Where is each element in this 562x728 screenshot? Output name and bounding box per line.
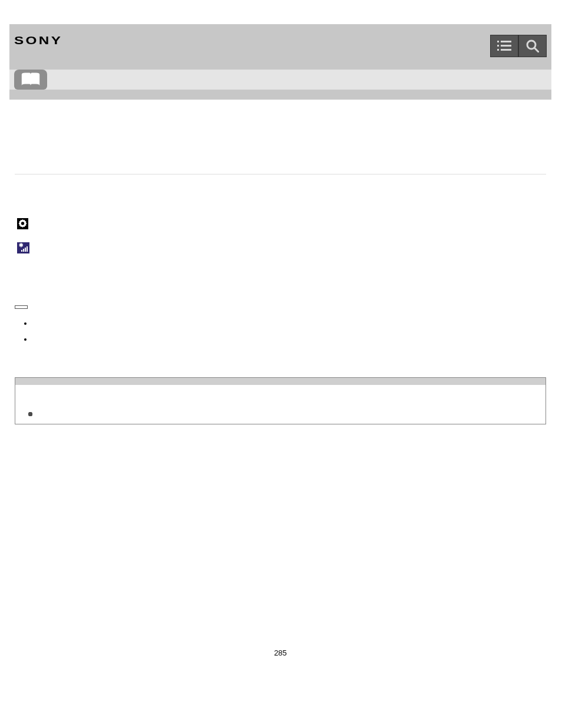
svg-rect-1 [501, 41, 511, 42]
hint-list [22, 318, 546, 345]
svg-rect-5 [501, 49, 511, 51]
svg-rect-14 [25, 248, 26, 252]
help-guide-icon[interactable] [14, 70, 47, 90]
setup-icon [17, 218, 28, 229]
svg-rect-13 [23, 249, 24, 252]
search-button[interactable] [518, 35, 547, 57]
svg-rect-12 [21, 250, 22, 252]
note-heading [15, 378, 546, 385]
note-box [15, 377, 546, 424]
svg-line-7 [534, 48, 538, 52]
svg-rect-4 [497, 49, 499, 51]
hint-item [32, 318, 546, 329]
page-number: 285 [15, 648, 546, 669]
svg-text:✱: ✱ [19, 242, 24, 248]
sony-logo: SONY [14, 35, 62, 47]
hint-item [32, 334, 546, 345]
header-bar: SONY [9, 24, 551, 70]
svg-rect-2 [497, 45, 499, 47]
guide-bar [9, 70, 551, 90]
search-icon [526, 39, 539, 52]
page-content: ✱ [9, 100, 551, 669]
gray-strip [9, 90, 551, 100]
svg-rect-15 [27, 246, 28, 252]
svg-point-9 [21, 222, 24, 225]
hint-heading [15, 305, 28, 309]
header-icon-group [490, 35, 547, 57]
svg-rect-0 [497, 41, 499, 42]
svg-rect-3 [501, 45, 511, 47]
step-2: ✱ [15, 242, 546, 253]
list-icon [497, 41, 511, 51]
creative-look-icon: ✱ [17, 242, 29, 253]
separator [15, 174, 546, 174]
list-button[interactable] [490, 35, 518, 57]
step-1 [15, 216, 546, 229]
